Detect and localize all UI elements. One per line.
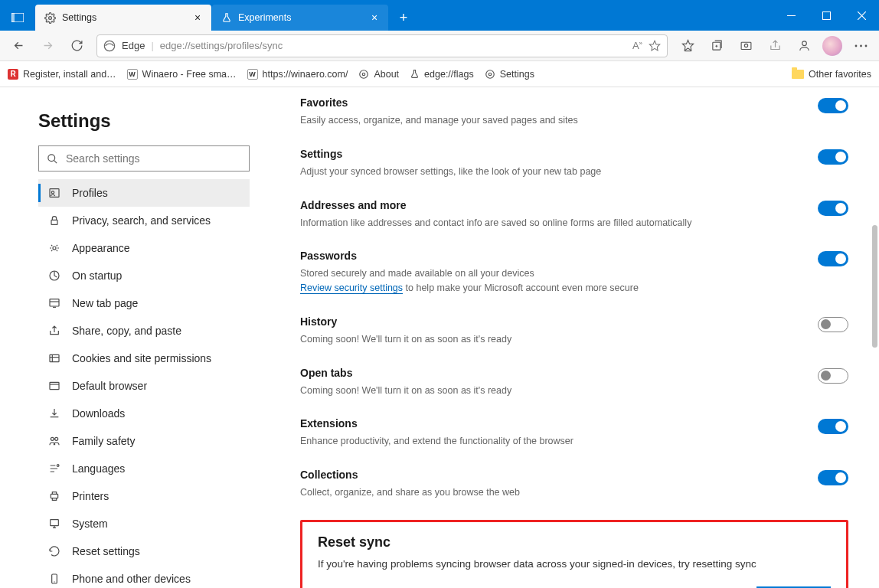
- toggle-favorites[interactable]: [818, 98, 848, 113]
- settings-nav: ProfilesPrivacy, search, and servicesApp…: [38, 179, 250, 588]
- maximize-button[interactable]: [809, 0, 844, 31]
- nav-item-on-startup[interactable]: On startup: [38, 262, 250, 289]
- forward-button[interactable]: [34, 34, 61, 58]
- edge-icon: [103, 40, 116, 52]
- favicon: W: [127, 69, 138, 80]
- favorites-button[interactable]: [674, 34, 701, 58]
- content-scroll[interactable]: FavoritesEasily access, organize, and ma…: [259, 87, 879, 588]
- sync-title: Collections: [300, 469, 848, 481]
- nav-label: Share, copy, and paste: [72, 325, 181, 337]
- toggle-addresses-and-more[interactable]: [818, 201, 848, 216]
- nav-item-reset-settings[interactable]: Reset settings: [38, 537, 250, 565]
- sync-desc: Easily access, organize, and manage your…: [300, 113, 848, 128]
- app-icon: [0, 5, 35, 31]
- new-tab-button[interactable]: +: [393, 7, 414, 28]
- nav-item-privacy-search-and-services[interactable]: Privacy, search, and services: [38, 207, 250, 234]
- svg-point-22: [51, 191, 54, 194]
- svg-rect-1: [11, 13, 15, 22]
- nav-item-system[interactable]: System: [38, 510, 250, 537]
- svg-point-18: [489, 73, 492, 76]
- scrollbar-thumb[interactable]: [872, 225, 877, 348]
- svg-point-11: [744, 44, 747, 47]
- nav-label: Languages: [72, 462, 125, 475]
- nav-label: Default browser: [72, 380, 147, 392]
- nav-item-downloads[interactable]: Downloads: [38, 400, 250, 427]
- toolbar: Edge | edge://settings/profiles/sync A»: [0, 31, 879, 61]
- review-security-link[interactable]: Review security settings: [300, 283, 403, 294]
- avatar[interactable]: [822, 36, 842, 56]
- more-menu-button[interactable]: [847, 34, 874, 58]
- sync-title: Extensions: [300, 417, 848, 430]
- sync-desc: Coming soon! We'll turn it on as soon as…: [300, 332, 848, 347]
- nav-item-languages[interactable]: Languages: [38, 455, 250, 482]
- toggle-collections[interactable]: [818, 470, 848, 485]
- share-button[interactable]: [761, 34, 789, 58]
- nav-label: Cookies and site permissions: [72, 352, 211, 364]
- nav-item-appearance[interactable]: Appearance: [38, 234, 250, 262]
- other-favorites[interactable]: Other favorites: [792, 69, 871, 80]
- separator: |: [151, 40, 153, 51]
- favicon: R: [8, 69, 18, 80]
- close-icon[interactable]: ×: [191, 11, 204, 24]
- svg-rect-30: [50, 382, 59, 389]
- svg-point-19: [485, 70, 494, 78]
- address-bar[interactable]: Edge | edge://settings/profiles/sync A»: [96, 34, 668, 57]
- tab-settings[interactable]: Settings ×: [35, 5, 211, 31]
- bookmark-item[interactable]: Settings: [485, 69, 534, 80]
- bookmark-label: About: [374, 69, 399, 80]
- identity-label: Edge: [122, 40, 145, 51]
- toggle-extensions[interactable]: [818, 419, 848, 434]
- nav-label: Printers: [72, 490, 109, 502]
- nav-icon: [47, 490, 61, 502]
- bookmark-label: Winaero - Free sma…: [142, 69, 237, 80]
- sync-desc: Coming soon! We'll turn it on as soon as…: [300, 384, 848, 398]
- nav-label: Downloads: [72, 407, 125, 420]
- nav-item-new-tab-page[interactable]: New tab page: [38, 289, 250, 317]
- toggle-settings[interactable]: [818, 149, 848, 165]
- tab-label: Experiments: [238, 12, 362, 23]
- bookmark-item[interactable]: RRegister, install and…: [8, 69, 116, 80]
- search-input[interactable]: [38, 145, 250, 172]
- read-aloud-icon[interactable]: A»: [632, 40, 642, 51]
- nav-item-cookies-and-site-permissions[interactable]: Cookies and site permissions: [38, 345, 250, 372]
- screenshot-button[interactable]: [732, 34, 760, 58]
- flask-icon: [221, 12, 232, 23]
- minimize-button[interactable]: [773, 0, 809, 31]
- favorite-star-icon[interactable]: [649, 40, 661, 52]
- toggle-history[interactable]: [818, 317, 848, 332]
- back-button[interactable]: [5, 34, 32, 58]
- reset-sync-section: Reset sync If you're having problems syn…: [300, 520, 848, 588]
- settings-page: Settings ProfilesPrivacy, search, and se…: [0, 87, 879, 588]
- svg-rect-23: [51, 220, 57, 224]
- search-icon: [47, 153, 58, 165]
- bookmark-item[interactable]: About: [358, 69, 399, 80]
- profile-indicator-icon[interactable]: [790, 34, 818, 58]
- sync-desc: Adjust your synced browser settings, lik…: [300, 165, 848, 179]
- sync-title: Passwords: [300, 250, 848, 262]
- toggle-passwords[interactable]: [818, 251, 848, 266]
- nav-label: Family safety: [72, 435, 135, 447]
- nav-item-printers[interactable]: Printers: [38, 482, 250, 510]
- tab-label: Settings: [62, 12, 185, 23]
- svg-marker-7: [682, 40, 693, 50]
- close-icon[interactable]: ×: [368, 11, 381, 24]
- nav-item-default-browser[interactable]: Default browser: [38, 372, 250, 400]
- bookmark-item[interactable]: WWinaero - Free sma…: [127, 69, 237, 80]
- nav-item-share-copy-and-paste[interactable]: Share, copy, and paste: [38, 317, 250, 345]
- search-field[interactable]: [66, 152, 241, 165]
- tab-experiments[interactable]: Experiments ×: [212, 5, 388, 31]
- toggle-open-tabs[interactable]: [818, 368, 848, 384]
- nav-item-profiles[interactable]: Profiles: [38, 179, 250, 207]
- sync-desc: Stored securely and made available on al…: [300, 266, 848, 296]
- nav-item-family-safety[interactable]: Family safety: [38, 427, 250, 455]
- bookmark-item[interactable]: edge://flags: [410, 69, 474, 80]
- svg-rect-4: [822, 11, 830, 19]
- svg-point-31: [51, 437, 54, 440]
- collections-button[interactable]: [703, 34, 730, 58]
- bookmark-item[interactable]: Whttps://winaero.com/: [247, 69, 348, 80]
- nav-item-phone-and-other-devices[interactable]: Phone and other devices: [38, 565, 250, 588]
- nav-icon: [47, 380, 61, 392]
- bookmarks-bar: RRegister, install and… WWinaero - Free …: [0, 61, 879, 87]
- close-window-button[interactable]: [844, 0, 879, 31]
- refresh-button[interactable]: [63, 34, 90, 58]
